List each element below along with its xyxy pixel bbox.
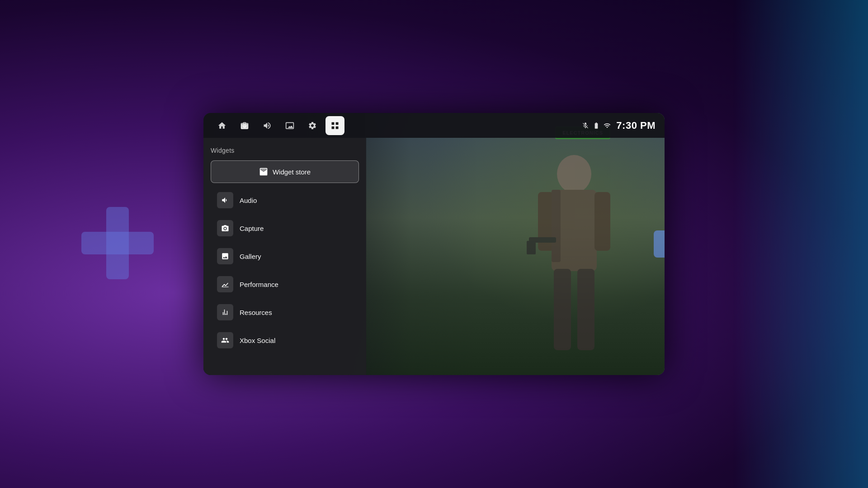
nav-capture-button[interactable] [235,116,254,135]
character-silhouette [511,138,637,373]
svg-point-2 [557,155,591,193]
widget-capture-icon-bg [217,220,233,236]
battery-icon [593,122,600,129]
nav-gallery-button[interactable] [280,116,299,135]
widget-xbox-social-icon-bg [217,332,233,348]
widget-audio-icon-bg [217,192,233,208]
widget-item-gallery[interactable]: Gallery [211,243,359,270]
svg-rect-0 [106,207,129,279]
header-right: 7:30 PM [582,120,656,131]
camera-icon [240,121,249,130]
widget-xbox-social-label: Xbox Social [240,337,275,344]
nav-audio-button[interactable] [258,116,277,135]
main-screen: ELECTRONICS [203,113,665,375]
capture-icon [221,224,229,232]
widgets-panel-title: Widgets [211,147,359,154]
widget-item-capture[interactable]: Capture [211,215,359,242]
xbox-social-icon [221,336,229,344]
nav-settings-button[interactable] [303,116,322,135]
grid-icon [330,121,340,130]
store-icon [259,167,268,176]
background-glow-right [732,0,868,488]
widget-item-resources[interactable]: Resources [211,299,359,326]
volume-icon [263,121,272,130]
widget-audio-label: Audio [240,197,257,204]
nav-icons [212,116,582,135]
background-cross-decoration [81,207,154,281]
widget-item-audio[interactable]: Audio [211,187,359,214]
svg-rect-1 [81,232,154,254]
nav-widgets-button[interactable] [326,116,344,135]
svg-rect-5 [594,192,610,251]
widgets-panel: Widgets Widget store Audio [203,138,366,375]
widget-item-performance[interactable]: Performance [211,271,359,298]
gear-icon [308,121,317,130]
svg-rect-10 [527,241,536,254]
widget-capture-label: Capture [240,225,264,232]
resources-icon [221,308,229,316]
widget-performance-label: Performance [240,281,278,288]
time-display: 7:30 PM [616,120,656,131]
status-icons [582,122,611,129]
widget-gallery-icon-bg [217,248,233,264]
svg-rect-8 [552,190,561,262]
mic-muted-icon [582,122,589,129]
widget-performance-icon-bg [217,276,233,292]
home-icon [217,121,226,130]
widget-resources-label: Resources [240,309,272,316]
performance-icon [221,280,229,288]
gallery-list-icon [221,252,229,260]
gallery-icon [285,121,294,130]
svg-rect-7 [577,269,594,350]
widget-item-xbox-social[interactable]: Xbox Social [211,327,359,354]
header-bar: 7:30 PM [203,113,665,138]
nav-home-button[interactable] [212,116,231,135]
widget-store-label: Widget store [273,168,311,176]
widget-store-button[interactable]: Widget store [211,160,359,183]
side-pull-tab[interactable] [654,230,665,258]
wifi-icon [604,122,611,129]
svg-rect-6 [554,269,571,350]
widget-resources-icon-bg [217,304,233,320]
widget-gallery-label: Gallery [240,253,261,260]
svg-point-11 [244,125,246,127]
audio-icon [221,196,229,204]
